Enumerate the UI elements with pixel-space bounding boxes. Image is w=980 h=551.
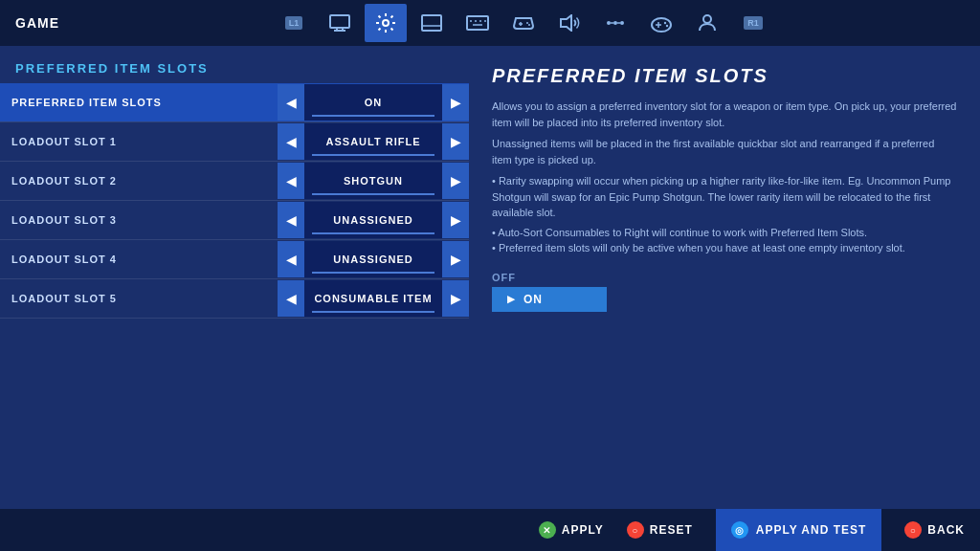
setting-label-loadout-2: LOADOUT SLOT 2 — [0, 175, 278, 187]
setting-control-preferred-item-slots: ◀ ON ▶ — [278, 84, 469, 121]
toggle-on-label: ON — [523, 293, 543, 306]
apply-test-label: APPLY AND TEST — [756, 523, 867, 537]
value-text-loadout-1: ASSAULT RIFLE — [326, 136, 421, 147]
setting-control-loadout-5: ◀ CONSUMABLE ITEM ▶ — [278, 280, 469, 317]
toggle-off-label: OFF — [492, 272, 957, 283]
setting-label-loadout-3: LOADOUT SLOT 3 — [0, 214, 278, 226]
back-label: BACK — [927, 523, 965, 537]
value-bar-loadout-3 — [312, 232, 434, 234]
value-bar-loadout-5 — [312, 311, 434, 313]
value-bar-preferred — [312, 115, 434, 117]
nav-controller[interactable] — [502, 4, 545, 42]
left-section-title: PREFERRED ITEM SLOTS — [0, 61, 469, 83]
arrow-left-loadout-1[interactable]: ◀ — [278, 123, 304, 160]
game-title: GAME — [15, 15, 59, 31]
desc-para-1: Allows you to assign a preferred invento… — [492, 99, 957, 130]
toggle-arrow-icon: ▶ — [507, 294, 516, 304]
right-panel-title: PREFERRED ITEM SLOTS — [492, 65, 957, 87]
svg-point-26 — [664, 22, 666, 24]
arrow-left-loadout-3[interactable]: ◀ — [278, 202, 304, 238]
arrow-right-loadout-2[interactable]: ▶ — [442, 163, 469, 199]
setting-control-loadout-2: ◀ SHOTGUN ▶ — [278, 163, 469, 199]
nav-gear[interactable] — [365, 4, 407, 42]
arrow-right-loadout-1[interactable]: ▶ — [442, 123, 469, 160]
svg-point-15 — [526, 22, 528, 24]
nav-keyboard[interactable] — [457, 4, 499, 42]
setting-row-loadout-3[interactable]: LOADOUT SLOT 3 ◀ UNASSIGNED ▶ — [0, 201, 469, 239]
apply-test-button[interactable]: ◎ APPLY AND TEST — [716, 509, 882, 551]
back-icon: ○ — [904, 521, 922, 539]
reset-icon: ○ — [627, 521, 644, 539]
value-bar-loadout-4 — [312, 272, 434, 274]
setting-label-loadout-4: LOADOUT SLOT 4 — [0, 253, 278, 265]
value-text-loadout-5: CONSUMABLE ITEM — [314, 293, 432, 304]
setting-control-loadout-3: ◀ UNASSIGNED ▶ — [278, 202, 469, 238]
svg-point-20 — [620, 21, 624, 25]
arrow-right-loadout-4[interactable]: ▶ — [442, 241, 469, 277]
setting-label-loadout-5: LOADOUT SLOT 5 — [0, 293, 278, 304]
nav-network[interactable] — [594, 4, 636, 42]
nav-gamepad[interactable] — [640, 4, 682, 42]
value-box-preferred: ON — [304, 84, 442, 121]
setting-control-loadout-4: ◀ UNASSIGNED ▶ — [278, 241, 469, 277]
arrow-right-loadout-3[interactable]: ▶ — [442, 202, 469, 238]
apply-icon: ✕ — [539, 521, 556, 539]
value-text-loadout-3: UNASSIGNED — [333, 214, 412, 226]
arrow-right-preferred[interactable]: ▶ — [442, 84, 469, 121]
nav-l1[interactable]: L1 — [273, 4, 315, 42]
arrow-left-loadout-5[interactable]: ◀ — [278, 280, 304, 317]
value-box-loadout-2: SHOTGUN — [304, 163, 442, 199]
nav-icons: L1 R1 — [82, 4, 965, 42]
apply-label: APPLY — [562, 523, 604, 537]
desc-para-2: Unassigned items will be placed in the f… — [492, 136, 957, 167]
value-bar-loadout-2 — [312, 193, 434, 195]
value-text-preferred: ON — [365, 97, 383, 108]
svg-marker-17 — [561, 15, 571, 31]
value-box-loadout-4: UNASSIGNED — [304, 241, 442, 277]
svg-point-18 — [613, 21, 617, 25]
desc-bullet-2: • Auto-Sort Consumables to Right will co… — [492, 225, 957, 256]
reset-label: RESET — [650, 523, 693, 537]
setting-label-loadout-1: LOADOUT SLOT 1 — [0, 136, 278, 147]
value-box-loadout-3: UNASSIGNED — [304, 202, 442, 238]
value-box-loadout-1: ASSAULT RIFLE — [304, 123, 442, 160]
arrow-left-preferred[interactable]: ◀ — [278, 84, 304, 121]
reset-button[interactable]: ○ RESET — [627, 521, 693, 539]
desc-bullet-1: • Rarity swapping will occur when pickin… — [492, 173, 957, 221]
apply-button[interactable]: ✕ APPLY — [539, 521, 604, 539]
svg-point-4 — [383, 20, 389, 26]
value-text-loadout-2: SHOTGUN — [344, 175, 403, 187]
toggle-section: OFF ▶ ON — [492, 272, 957, 312]
setting-row-preferred-item-slots[interactable]: PREFERRED ITEM SLOTS ◀ ON ▶ — [0, 83, 469, 121]
main-content: PREFERRED ITEM SLOTS PREFERRED ITEM SLOT… — [0, 46, 980, 509]
nav-r1[interactable]: R1 — [732, 4, 774, 42]
setting-control-loadout-1: ◀ ASSAULT RIFLE ▶ — [278, 123, 469, 160]
bottom-bar: ✕ APPLY ○ RESET ◎ APPLY AND TEST ○ BACK — [0, 509, 980, 551]
svg-rect-7 — [467, 16, 488, 30]
top-bar: GAME L1 R1 — [0, 0, 980, 46]
setting-row-loadout-5[interactable]: LOADOUT SLOT 5 ◀ CONSUMABLE ITEM ▶ — [0, 279, 469, 318]
left-panel: PREFERRED ITEM SLOTS PREFERRED ITEM SLOT… — [0, 46, 469, 509]
svg-point-27 — [666, 25, 668, 27]
setting-label-preferred-item-slots: PREFERRED ITEM SLOTS — [0, 97, 278, 108]
toggle-on-option[interactable]: ▶ ON — [492, 287, 607, 312]
value-bar-loadout-1 — [312, 154, 434, 156]
svg-point-19 — [607, 21, 611, 25]
svg-point-16 — [528, 24, 530, 26]
arrow-right-loadout-5[interactable]: ▶ — [442, 280, 469, 317]
apply-test-icon: ◎ — [731, 521, 748, 539]
setting-row-loadout-1[interactable]: LOADOUT SLOT 1 ◀ ASSAULT RIFLE ▶ — [0, 122, 469, 161]
setting-row-loadout-2[interactable]: LOADOUT SLOT 2 ◀ SHOTGUN ▶ — [0, 162, 469, 200]
right-panel: PREFERRED ITEM SLOTS Allows you to assig… — [469, 46, 980, 509]
nav-monitor[interactable] — [319, 4, 361, 42]
svg-rect-5 — [422, 15, 441, 31]
nav-user[interactable] — [686, 4, 728, 42]
setting-row-loadout-4[interactable]: LOADOUT SLOT 4 ◀ UNASSIGNED ▶ — [0, 240, 469, 278]
svg-rect-0 — [330, 15, 349, 28]
nav-screen[interactable] — [411, 4, 453, 42]
svg-point-28 — [703, 15, 711, 23]
nav-speaker[interactable] — [548, 4, 590, 42]
back-button[interactable]: ○ BACK — [904, 521, 965, 539]
arrow-left-loadout-4[interactable]: ◀ — [278, 241, 304, 277]
arrow-left-loadout-2[interactable]: ◀ — [278, 163, 304, 199]
